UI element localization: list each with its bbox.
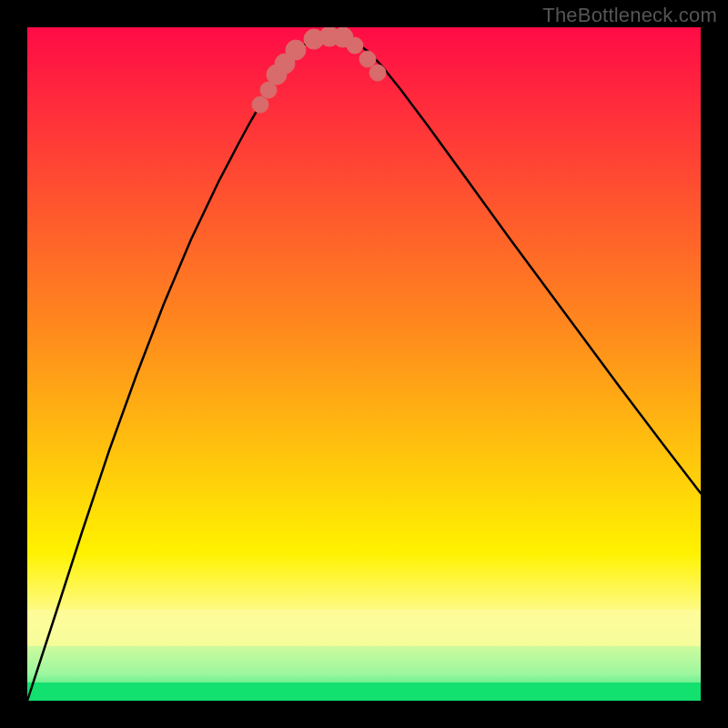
pale-yellow-band <box>27 610 701 646</box>
attribution-text: TheBottleneck.com <box>542 4 717 27</box>
green-band <box>27 682 701 701</box>
marker-point <box>286 40 306 60</box>
marker-point <box>252 96 268 113</box>
chart-frame <box>27 27 701 701</box>
marker-point <box>359 51 376 67</box>
marker-point <box>347 37 363 54</box>
marker-point <box>369 65 386 81</box>
gradient-background <box>27 27 701 701</box>
bottleneck-chart <box>27 27 701 701</box>
